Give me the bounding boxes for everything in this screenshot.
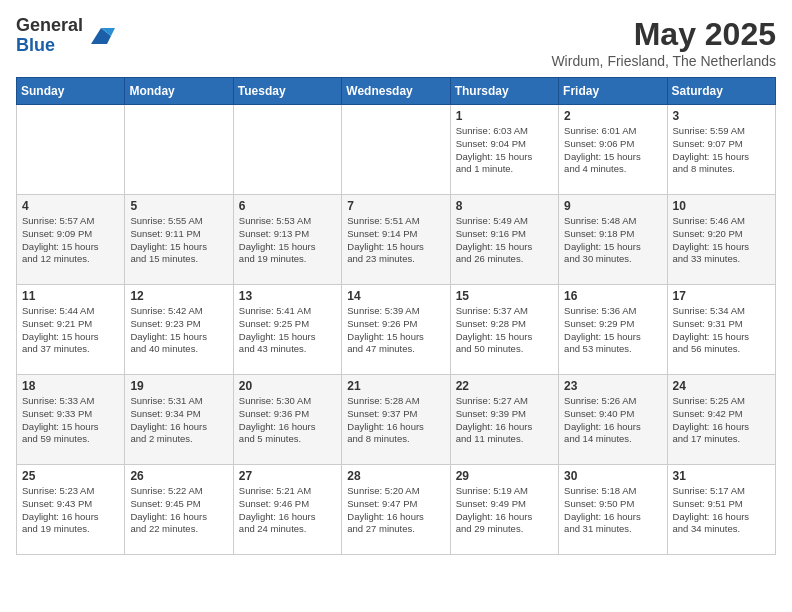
logo: General Blue xyxy=(16,16,115,56)
calendar-cell: 9Sunrise: 5:48 AM Sunset: 9:18 PM Daylig… xyxy=(559,195,667,285)
page-header: General Blue May 2025 Wirdum, Friesland,… xyxy=(16,16,776,69)
weekday-header-thursday: Thursday xyxy=(450,78,558,105)
day-info: Sunrise: 5:22 AM Sunset: 9:45 PM Dayligh… xyxy=(130,485,227,536)
calendar-cell: 15Sunrise: 5:37 AM Sunset: 9:28 PM Dayli… xyxy=(450,285,558,375)
calendar-week-row: 18Sunrise: 5:33 AM Sunset: 9:33 PM Dayli… xyxy=(17,375,776,465)
day-info: Sunrise: 5:28 AM Sunset: 9:37 PM Dayligh… xyxy=(347,395,444,446)
day-info: Sunrise: 5:46 AM Sunset: 9:20 PM Dayligh… xyxy=(673,215,770,266)
calendar-cell: 19Sunrise: 5:31 AM Sunset: 9:34 PM Dayli… xyxy=(125,375,233,465)
day-info: Sunrise: 5:37 AM Sunset: 9:28 PM Dayligh… xyxy=(456,305,553,356)
day-number: 14 xyxy=(347,289,444,303)
calendar-week-row: 11Sunrise: 5:44 AM Sunset: 9:21 PM Dayli… xyxy=(17,285,776,375)
weekday-header-saturday: Saturday xyxy=(667,78,775,105)
day-number: 13 xyxy=(239,289,336,303)
day-number: 9 xyxy=(564,199,661,213)
calendar-cell: 3Sunrise: 5:59 AM Sunset: 9:07 PM Daylig… xyxy=(667,105,775,195)
calendar-cell: 16Sunrise: 5:36 AM Sunset: 9:29 PM Dayli… xyxy=(559,285,667,375)
calendar-cell: 26Sunrise: 5:22 AM Sunset: 9:45 PM Dayli… xyxy=(125,465,233,555)
day-number: 29 xyxy=(456,469,553,483)
day-number: 10 xyxy=(673,199,770,213)
calendar-week-row: 4Sunrise: 5:57 AM Sunset: 9:09 PM Daylig… xyxy=(17,195,776,285)
weekday-header-monday: Monday xyxy=(125,78,233,105)
day-info: Sunrise: 5:21 AM Sunset: 9:46 PM Dayligh… xyxy=(239,485,336,536)
calendar-cell: 23Sunrise: 5:26 AM Sunset: 9:40 PM Dayli… xyxy=(559,375,667,465)
calendar-cell xyxy=(233,105,341,195)
calendar-cell: 30Sunrise: 5:18 AM Sunset: 9:50 PM Dayli… xyxy=(559,465,667,555)
title-block: May 2025 Wirdum, Friesland, The Netherla… xyxy=(551,16,776,69)
day-number: 21 xyxy=(347,379,444,393)
month-title: May 2025 xyxy=(551,16,776,53)
weekday-header-sunday: Sunday xyxy=(17,78,125,105)
calendar-cell: 2Sunrise: 6:01 AM Sunset: 9:06 PM Daylig… xyxy=(559,105,667,195)
location: Wirdum, Friesland, The Netherlands xyxy=(551,53,776,69)
day-info: Sunrise: 5:19 AM Sunset: 9:49 PM Dayligh… xyxy=(456,485,553,536)
calendar-cell: 1Sunrise: 6:03 AM Sunset: 9:04 PM Daylig… xyxy=(450,105,558,195)
day-info: Sunrise: 5:27 AM Sunset: 9:39 PM Dayligh… xyxy=(456,395,553,446)
day-info: Sunrise: 5:18 AM Sunset: 9:50 PM Dayligh… xyxy=(564,485,661,536)
day-number: 30 xyxy=(564,469,661,483)
day-info: Sunrise: 5:53 AM Sunset: 9:13 PM Dayligh… xyxy=(239,215,336,266)
logo-general-text: General xyxy=(16,16,83,36)
day-number: 23 xyxy=(564,379,661,393)
day-info: Sunrise: 6:03 AM Sunset: 9:04 PM Dayligh… xyxy=(456,125,553,176)
day-info: Sunrise: 5:36 AM Sunset: 9:29 PM Dayligh… xyxy=(564,305,661,356)
calendar-cell: 10Sunrise: 5:46 AM Sunset: 9:20 PM Dayli… xyxy=(667,195,775,285)
day-info: Sunrise: 5:44 AM Sunset: 9:21 PM Dayligh… xyxy=(22,305,119,356)
day-info: Sunrise: 5:26 AM Sunset: 9:40 PM Dayligh… xyxy=(564,395,661,446)
day-number: 1 xyxy=(456,109,553,123)
calendar-cell: 27Sunrise: 5:21 AM Sunset: 9:46 PM Dayli… xyxy=(233,465,341,555)
day-number: 26 xyxy=(130,469,227,483)
day-info: Sunrise: 5:17 AM Sunset: 9:51 PM Dayligh… xyxy=(673,485,770,536)
calendar-cell: 13Sunrise: 5:41 AM Sunset: 9:25 PM Dayli… xyxy=(233,285,341,375)
day-info: Sunrise: 5:30 AM Sunset: 9:36 PM Dayligh… xyxy=(239,395,336,446)
calendar-cell: 29Sunrise: 5:19 AM Sunset: 9:49 PM Dayli… xyxy=(450,465,558,555)
day-number: 24 xyxy=(673,379,770,393)
calendar-cell: 22Sunrise: 5:27 AM Sunset: 9:39 PM Dayli… xyxy=(450,375,558,465)
day-number: 15 xyxy=(456,289,553,303)
calendar-week-row: 1Sunrise: 6:03 AM Sunset: 9:04 PM Daylig… xyxy=(17,105,776,195)
day-info: Sunrise: 5:48 AM Sunset: 9:18 PM Dayligh… xyxy=(564,215,661,266)
calendar-cell: 12Sunrise: 5:42 AM Sunset: 9:23 PM Dayli… xyxy=(125,285,233,375)
day-info: Sunrise: 5:23 AM Sunset: 9:43 PM Dayligh… xyxy=(22,485,119,536)
calendar-cell: 31Sunrise: 5:17 AM Sunset: 9:51 PM Dayli… xyxy=(667,465,775,555)
day-number: 11 xyxy=(22,289,119,303)
day-number: 20 xyxy=(239,379,336,393)
day-number: 25 xyxy=(22,469,119,483)
day-info: Sunrise: 5:59 AM Sunset: 9:07 PM Dayligh… xyxy=(673,125,770,176)
day-info: Sunrise: 5:55 AM Sunset: 9:11 PM Dayligh… xyxy=(130,215,227,266)
day-number: 28 xyxy=(347,469,444,483)
day-number: 16 xyxy=(564,289,661,303)
calendar-week-row: 25Sunrise: 5:23 AM Sunset: 9:43 PM Dayli… xyxy=(17,465,776,555)
day-number: 4 xyxy=(22,199,119,213)
calendar-cell: 6Sunrise: 5:53 AM Sunset: 9:13 PM Daylig… xyxy=(233,195,341,285)
calendar-cell: 24Sunrise: 5:25 AM Sunset: 9:42 PM Dayli… xyxy=(667,375,775,465)
weekday-header-tuesday: Tuesday xyxy=(233,78,341,105)
day-info: Sunrise: 5:33 AM Sunset: 9:33 PM Dayligh… xyxy=(22,395,119,446)
calendar-cell: 8Sunrise: 5:49 AM Sunset: 9:16 PM Daylig… xyxy=(450,195,558,285)
day-info: Sunrise: 5:34 AM Sunset: 9:31 PM Dayligh… xyxy=(673,305,770,356)
calendar-cell: 21Sunrise: 5:28 AM Sunset: 9:37 PM Dayli… xyxy=(342,375,450,465)
day-number: 8 xyxy=(456,199,553,213)
day-info: Sunrise: 5:25 AM Sunset: 9:42 PM Dayligh… xyxy=(673,395,770,446)
calendar-cell: 5Sunrise: 5:55 AM Sunset: 9:11 PM Daylig… xyxy=(125,195,233,285)
day-number: 5 xyxy=(130,199,227,213)
day-number: 3 xyxy=(673,109,770,123)
calendar-cell: 7Sunrise: 5:51 AM Sunset: 9:14 PM Daylig… xyxy=(342,195,450,285)
day-number: 31 xyxy=(673,469,770,483)
weekday-header-row: SundayMondayTuesdayWednesdayThursdayFrid… xyxy=(17,78,776,105)
day-number: 22 xyxy=(456,379,553,393)
day-info: Sunrise: 6:01 AM Sunset: 9:06 PM Dayligh… xyxy=(564,125,661,176)
day-number: 7 xyxy=(347,199,444,213)
day-info: Sunrise: 5:49 AM Sunset: 9:16 PM Dayligh… xyxy=(456,215,553,266)
day-number: 2 xyxy=(564,109,661,123)
calendar-cell: 14Sunrise: 5:39 AM Sunset: 9:26 PM Dayli… xyxy=(342,285,450,375)
weekday-header-wednesday: Wednesday xyxy=(342,78,450,105)
day-number: 17 xyxy=(673,289,770,303)
logo-icon xyxy=(87,22,115,50)
calendar-cell: 11Sunrise: 5:44 AM Sunset: 9:21 PM Dayli… xyxy=(17,285,125,375)
calendar-table: SundayMondayTuesdayWednesdayThursdayFrid… xyxy=(16,77,776,555)
day-info: Sunrise: 5:57 AM Sunset: 9:09 PM Dayligh… xyxy=(22,215,119,266)
calendar-cell xyxy=(342,105,450,195)
day-info: Sunrise: 5:39 AM Sunset: 9:26 PM Dayligh… xyxy=(347,305,444,356)
day-number: 18 xyxy=(22,379,119,393)
